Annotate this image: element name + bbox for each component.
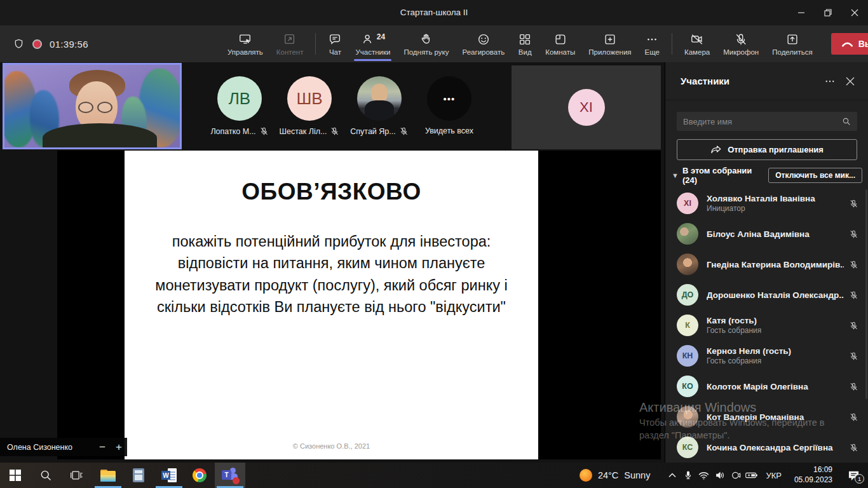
tray-meet-now-icon[interactable] bbox=[728, 463, 743, 488]
view-button[interactable]: Вид bbox=[514, 25, 536, 62]
share-button[interactable]: Поделиться bbox=[768, 25, 817, 62]
participant-muted-button[interactable] bbox=[849, 321, 858, 330]
search-input[interactable] bbox=[677, 117, 841, 126]
participant-name-label: Шестак Ліл... bbox=[280, 127, 327, 136]
participant-muted-button[interactable] bbox=[849, 290, 858, 300]
participant-row[interactable]: КСКочина Олександра Сергіївна bbox=[665, 432, 868, 463]
manage-button[interactable]: Управлять bbox=[224, 25, 267, 62]
rooms-button[interactable]: Комнаты bbox=[541, 25, 579, 62]
avatar: КО bbox=[677, 376, 698, 397]
participant-video-tile[interactable]: ХІ bbox=[512, 65, 661, 149]
participant-video-tile[interactable]: ЛВЛопатко М... bbox=[201, 76, 278, 136]
mic-off-icon bbox=[849, 260, 858, 269]
react-button[interactable]: Реагировать bbox=[459, 25, 509, 62]
sun-icon bbox=[580, 469, 592, 482]
avatar bbox=[677, 223, 698, 245]
participant-muted-button[interactable] bbox=[849, 412, 858, 422]
share-screen-icon bbox=[785, 32, 799, 46]
participant-video-tile[interactable]: Спутай Яр... bbox=[341, 76, 417, 136]
more-button[interactable]: Еще bbox=[641, 25, 663, 62]
participant-row[interactable]: Кот Валерія Романівна bbox=[665, 402, 868, 432]
monitor-cursor-icon bbox=[238, 32, 252, 46]
apps-button[interactable]: Приложения bbox=[585, 25, 635, 62]
participant-muted-button[interactable] bbox=[849, 229, 858, 239]
microphone-button[interactable]: Микрофон bbox=[719, 25, 763, 62]
scrollbar[interactable] bbox=[865, 189, 867, 399]
presenter-name-label: Олена Сизоненко bbox=[0, 443, 94, 452]
participant-name: Кочина Олександра Сергіївна bbox=[707, 443, 844, 452]
participants-count-badge: 24 bbox=[377, 32, 385, 41]
participant-row[interactable]: КОКолоток Марія Олегівна bbox=[665, 371, 868, 402]
presenter-video-tile[interactable] bbox=[3, 63, 182, 149]
weather-widget[interactable]: 24°C Sunny bbox=[580, 469, 665, 482]
toolbar-divider bbox=[672, 33, 672, 55]
participants-button[interactable]: 24 Участники bbox=[351, 25, 394, 62]
slide-footer: © Сизоненко О.В., 2021 bbox=[125, 442, 538, 450]
participant-muted-button[interactable] bbox=[849, 443, 858, 452]
avatar: ХІ bbox=[568, 89, 605, 126]
task-view-button[interactable] bbox=[61, 463, 92, 488]
participant-muted-button[interactable] bbox=[849, 351, 858, 361]
meeting-timer: 01:39:56 bbox=[50, 39, 88, 50]
avatar bbox=[677, 254, 698, 275]
teams-button[interactable]: T bbox=[215, 463, 245, 488]
participant-name: Холявко Наталія Іванівна bbox=[707, 194, 844, 203]
title-bar: Стартап-школа II bbox=[0, 0, 868, 25]
keyboard-language[interactable]: УКР bbox=[759, 471, 788, 480]
section-label: В этом собрании (24) bbox=[682, 166, 768, 185]
participant-row[interactable]: ККатя (гость)Гость собрания bbox=[665, 310, 868, 341]
participant-video-tile[interactable]: ШВШестак Ліл... bbox=[271, 76, 348, 136]
calculator-button[interactable] bbox=[123, 463, 154, 488]
participant-muted-button[interactable] bbox=[849, 260, 858, 269]
participant-name: Колоток Марія Олегівна bbox=[707, 382, 844, 391]
record-indicator-icon bbox=[32, 39, 42, 49]
taskbar-clock[interactable]: 16:09 05.09.2023 bbox=[788, 465, 839, 485]
see-everyone-button[interactable]: •••Увидеть всех bbox=[411, 76, 487, 135]
participant-row[interactable]: ХІХолявко Наталія ІванівнаИнициатор bbox=[665, 188, 868, 219]
chat-button[interactable]: Чат bbox=[324, 25, 346, 62]
close-icon bbox=[846, 77, 855, 86]
close-button[interactable] bbox=[841, 0, 868, 25]
participant-row[interactable]: ДОДорошенко Наталія Олександр... bbox=[665, 280, 868, 310]
tray-volume-icon[interactable] bbox=[712, 463, 728, 488]
panel-close-button[interactable] bbox=[846, 62, 855, 100]
tray-expand-chevron[interactable] bbox=[664, 463, 680, 488]
leave-button[interactable]: Выйти bbox=[831, 33, 868, 55]
tray-microphone-icon[interactable] bbox=[680, 463, 696, 488]
panel-more-button[interactable] bbox=[824, 62, 836, 100]
word-button[interactable]: W bbox=[154, 463, 184, 488]
raise-hand-button[interactable]: Поднять руку bbox=[400, 25, 452, 62]
file-explorer-button[interactable] bbox=[93, 463, 123, 488]
action-center-button[interactable]: 1 bbox=[839, 463, 868, 488]
camera-button[interactable]: Камера bbox=[681, 25, 714, 62]
tray-wifi-icon[interactable] bbox=[696, 463, 712, 488]
collapse-caret-icon[interactable]: ▼ bbox=[672, 172, 679, 179]
participant-name: Кот Валерія Романівна bbox=[707, 412, 844, 422]
mute-all-button[interactable]: Отключить все мик... bbox=[768, 168, 862, 183]
participant-muted-button[interactable] bbox=[849, 199, 858, 208]
search-icon bbox=[841, 116, 857, 126]
participant-muted-button[interactable] bbox=[849, 382, 858, 391]
search-icon bbox=[39, 469, 52, 482]
start-button[interactable] bbox=[0, 463, 31, 488]
participant-row[interactable]: Білоус Аліна Вадимівна bbox=[665, 219, 868, 249]
calculator-icon bbox=[133, 468, 144, 482]
chrome-button[interactable] bbox=[184, 463, 215, 488]
zoom-out-button[interactable]: − bbox=[94, 441, 111, 454]
participant-search[interactable] bbox=[677, 112, 857, 131]
tray-battery-icon[interactable] bbox=[743, 463, 759, 488]
avatar: КС bbox=[677, 437, 698, 458]
slide-title: ОБОВ’ЯЗКОВО bbox=[125, 179, 538, 205]
chrome-icon bbox=[193, 468, 207, 482]
zoom-in-button[interactable]: + bbox=[111, 441, 127, 454]
taskbar-search-button[interactable] bbox=[31, 463, 61, 488]
minimize-button[interactable] bbox=[788, 0, 815, 25]
participant-row[interactable]: КНКерноз Неля (гость)Гость собрания bbox=[665, 341, 868, 371]
send-invite-button[interactable]: Отправка приглашения bbox=[677, 139, 857, 160]
person-shoulders bbox=[43, 123, 157, 149]
meeting-toolbar: 01:39:56 Управлять Контент Чат bbox=[0, 25, 868, 62]
mic-off-icon bbox=[259, 126, 269, 136]
restore-button[interactable] bbox=[815, 0, 841, 25]
participant-row[interactable]: Гнедіна Катерина Володимирів... bbox=[665, 249, 868, 280]
participant-role: Гость собрания bbox=[707, 326, 844, 335]
